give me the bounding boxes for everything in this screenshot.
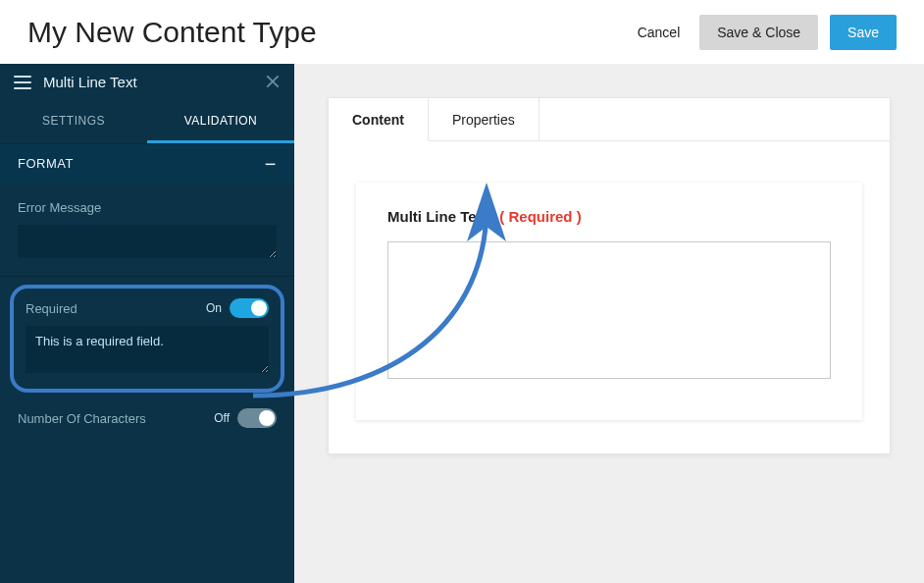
sidebar-header: Multi Line Text bbox=[0, 64, 294, 100]
required-toggle-text: On bbox=[206, 301, 222, 315]
numchars-toggle[interactable] bbox=[237, 408, 277, 428]
sidebar: Multi Line Text SETTINGS VALIDATION FORM… bbox=[0, 64, 294, 583]
collapse-icon: − bbox=[265, 158, 277, 170]
required-row: Required On bbox=[26, 298, 269, 318]
top-actions: Cancel Save & Close Save bbox=[630, 15, 897, 50]
required-label: Required bbox=[26, 301, 77, 316]
save-close-button[interactable]: Save & Close bbox=[699, 15, 818, 50]
required-tag: ( Required ) bbox=[499, 208, 581, 225]
page-title: My New Content Type bbox=[27, 16, 317, 49]
required-toggle[interactable] bbox=[230, 298, 269, 318]
required-message-input[interactable] bbox=[26, 326, 269, 373]
required-block-highlight: Required On bbox=[10, 285, 284, 393]
error-message-input[interactable] bbox=[18, 225, 277, 258]
workspace: Multi Line Text SETTINGS VALIDATION FORM… bbox=[0, 64, 924, 583]
numchars-label: Number Of Characters bbox=[18, 411, 146, 426]
sidebar-tabs: SETTINGS VALIDATION bbox=[0, 100, 294, 143]
field-name: Multi Line Text bbox=[387, 208, 489, 225]
canvas: Content Properties Multi Line Text ( Req… bbox=[294, 64, 924, 583]
format-section-header[interactable]: FORMAT − bbox=[0, 143, 294, 183]
numchars-toggle-text: Off bbox=[214, 411, 230, 425]
format-label: FORMAT bbox=[18, 156, 74, 171]
required-toggle-wrap: On bbox=[206, 298, 269, 318]
multiline-textarea[interactable] bbox=[387, 241, 831, 379]
field-preview: Multi Line Text ( Required ) bbox=[356, 183, 862, 420]
save-button[interactable]: Save bbox=[830, 15, 897, 50]
tab-filler bbox=[539, 98, 890, 141]
error-message-block: Error Message bbox=[0, 183, 294, 276]
menu-icon[interactable] bbox=[14, 76, 31, 89]
error-message-label: Error Message bbox=[18, 200, 277, 215]
tab-content[interactable]: Content bbox=[329, 98, 429, 141]
close-icon[interactable] bbox=[265, 74, 281, 89]
top-bar: My New Content Type Cancel Save & Close … bbox=[0, 0, 924, 64]
field-heading-row: Multi Line Text ( Required ) bbox=[387, 208, 831, 226]
numchars-row: Number Of Characters Off bbox=[0, 398, 294, 438]
tab-properties[interactable]: Properties bbox=[429, 98, 539, 141]
tab-validation[interactable]: VALIDATION bbox=[147, 100, 294, 143]
card-tabs: Content Properties bbox=[329, 98, 890, 141]
divider bbox=[0, 276, 294, 277]
tab-settings[interactable]: SETTINGS bbox=[0, 100, 147, 143]
card-body: Multi Line Text ( Required ) bbox=[329, 141, 890, 453]
content-card: Content Properties Multi Line Text ( Req… bbox=[328, 97, 891, 454]
cancel-link[interactable]: Cancel bbox=[630, 15, 689, 50]
numchars-toggle-wrap: Off bbox=[214, 408, 277, 428]
sidebar-panel-title: Multi Line Text bbox=[43, 74, 137, 90]
